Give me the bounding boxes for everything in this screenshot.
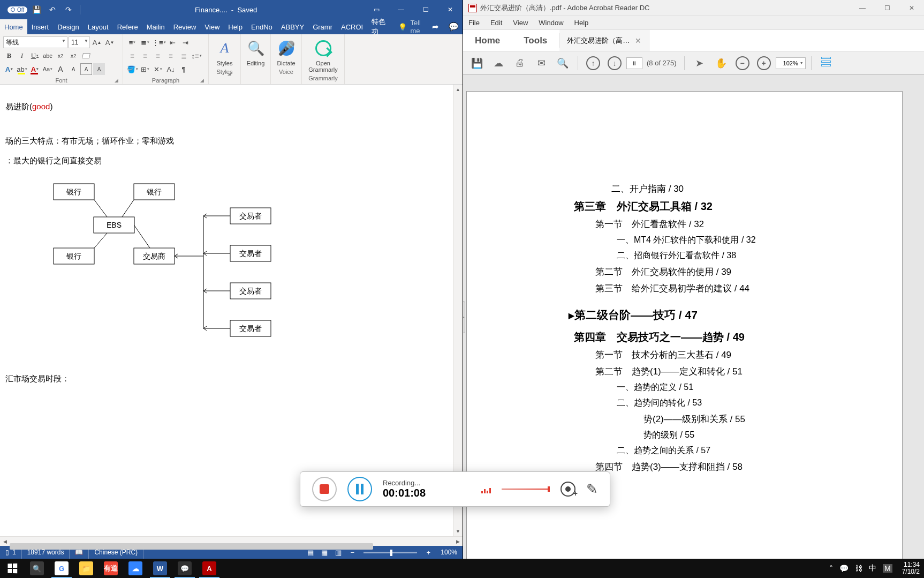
tab-home[interactable]: Home: [0, 19, 27, 34]
clear-format-button[interactable]: [80, 50, 92, 62]
select-tool-icon[interactable]: ➤: [690, 54, 709, 73]
taskbar-app-youdao[interactable]: 有道: [99, 559, 123, 578]
hand-tool-icon[interactable]: ✋: [711, 54, 731, 73]
page-up-icon[interactable]: ↑: [584, 54, 603, 73]
align-right-button[interactable]: ≡: [152, 50, 164, 62]
snap-button[interactable]: ✕▾: [152, 63, 164, 75]
nav-panel-handle[interactable]: ▶: [463, 301, 465, 333]
font-color-button[interactable]: A▾: [29, 63, 41, 75]
tab-help[interactable]: Help: [224, 19, 247, 34]
document-area[interactable]: 易进阶(good) 场的三大特点：有市无场；循环作业；零和游戏 ：最大的银行之间…: [0, 85, 463, 536]
volume-slider[interactable]: [502, 489, 550, 490]
tab-mailings[interactable]: Mailin: [142, 19, 169, 34]
acro-tab-tools[interactable]: Tools: [512, 30, 559, 51]
styles-gallery-button[interactable]: A Styles: [215, 36, 234, 66]
redo-icon[interactable]: ↷: [62, 2, 75, 17]
close-tab-icon[interactable]: ✕: [635, 36, 641, 45]
zoom-combo[interactable]: 102%▼: [776, 57, 806, 69]
bold-button[interactable]: B: [3, 50, 15, 62]
distribute-button[interactable]: ≣: [178, 50, 190, 62]
maximize-icon[interactable]: ☐: [413, 0, 438, 19]
taskbar-app-chrome[interactable]: G: [49, 559, 74, 578]
tell-me-search[interactable]: 💡 Tell me: [393, 19, 426, 34]
menu-file[interactable]: File: [463, 16, 485, 29]
acro-maximize-icon[interactable]: ☐: [875, 0, 899, 16]
text-effects-button[interactable]: A▾: [3, 63, 15, 75]
tab-review[interactable]: Review: [169, 19, 201, 34]
zoom-in-button[interactable]: +: [421, 546, 435, 559]
strikethrough-button[interactable]: abc: [42, 50, 54, 62]
grow-font-icon[interactable]: A▲: [91, 36, 103, 48]
menu-view[interactable]: View: [508, 16, 533, 29]
tray-dropbox-icon[interactable]: ⛓: [855, 564, 862, 573]
shrink-font-icon[interactable]: A▼: [104, 36, 116, 48]
grow-font2-icon[interactable]: A: [55, 63, 66, 75]
char-border-button[interactable]: A: [80, 63, 92, 75]
font-dialog-launcher[interactable]: ◢: [115, 78, 118, 83]
minimize-icon[interactable]: —: [389, 0, 413, 19]
tray-ime-icon[interactable]: 中: [869, 564, 876, 573]
scroll-left-icon[interactable]: ◀: [0, 539, 10, 544]
screen-recorder-toolbar[interactable]: Recording... 00:01:08 ✎: [300, 471, 610, 507]
email-icon[interactable]: ✉: [532, 54, 551, 73]
multilevel-button[interactable]: ⋮≡▾: [152, 36, 166, 48]
change-case-button[interactable]: Aa▾: [42, 63, 54, 75]
superscript-button[interactable]: x2: [67, 50, 79, 62]
italic-button[interactable]: I: [16, 50, 28, 62]
taskbar-app-word[interactable]: W: [148, 559, 172, 578]
editing-button[interactable]: 🔍 Editing: [244, 36, 267, 66]
tab-references[interactable]: Refere: [113, 19, 142, 34]
line-spacing-button[interactable]: ↕≡▾: [191, 50, 202, 62]
comments-icon[interactable]: 💬: [444, 19, 463, 34]
sort-button[interactable]: A↓: [165, 63, 177, 75]
styles-dialog-launcher[interactable]: ◢: [228, 71, 231, 76]
tray-wechat-icon[interactable]: 💬: [839, 564, 849, 573]
scroll-up-icon[interactable]: ▲: [453, 85, 463, 94]
acro-tab-home[interactable]: Home: [463, 30, 512, 51]
tab-insert[interactable]: Insert: [27, 19, 54, 34]
page-down-icon[interactable]: ↓: [605, 54, 624, 73]
show-marks-button[interactable]: ¶: [178, 63, 190, 75]
scroll-right-icon[interactable]: ▶: [453, 539, 463, 544]
tab-special[interactable]: 特色功: [367, 19, 393, 34]
tray-app-icon[interactable]: M: [883, 564, 892, 573]
system-tray[interactable]: ˄ 💬 ⛓ 中 M: [824, 564, 898, 573]
increase-indent-button[interactable]: ⇥: [180, 36, 192, 48]
save-icon[interactable]: 💾: [29, 2, 43, 17]
menu-window[interactable]: Window: [533, 16, 569, 29]
taskbar-clock[interactable]: 11:34 7/10/2: [898, 561, 924, 575]
numbering-button[interactable]: ≣▾: [139, 36, 151, 48]
taskbar-app-explorer[interactable]: 📁: [74, 559, 99, 578]
acro-tab-document[interactable]: 外汇交易进阶（高… ✕: [559, 30, 649, 51]
tab-layout[interactable]: Layout: [84, 19, 113, 34]
acro-close-icon[interactable]: ✕: [899, 0, 924, 16]
pause-record-button[interactable]: [347, 477, 372, 501]
shading-button[interactable]: 🪣▾: [126, 63, 138, 75]
justify-button[interactable]: ≡: [165, 50, 177, 62]
bullets-button[interactable]: ≡▾: [126, 36, 138, 48]
start-button[interactable]: [0, 559, 25, 578]
char-shading-button[interactable]: A: [93, 63, 105, 75]
save-icon[interactable]: 💾: [467, 54, 487, 73]
scroll-down-icon[interactable]: ▼: [453, 527, 463, 536]
tab-grammarly[interactable]: Gramr: [308, 19, 337, 34]
taskbar-app-1[interactable]: 🔍: [25, 559, 49, 578]
tray-chevron-icon[interactable]: ˄: [829, 564, 833, 573]
menu-help[interactable]: Help: [569, 16, 594, 29]
vertical-scrollbar[interactable]: ▲ ▼: [453, 85, 463, 536]
ribbon-options-icon[interactable]: ▭: [364, 0, 389, 19]
horizontal-scrollbar[interactable]: ◀ ▶: [0, 536, 463, 546]
highlight-button[interactable]: ab▾: [16, 63, 28, 75]
tab-endnote[interactable]: EndNo: [247, 19, 277, 34]
tab-design[interactable]: Design: [53, 19, 83, 34]
menu-edit[interactable]: Edit: [485, 16, 508, 29]
webcam-toggle-button[interactable]: [561, 482, 575, 497]
paragraph-dialog-launcher[interactable]: ◢: [200, 78, 204, 83]
tab-view[interactable]: View: [200, 19, 224, 34]
dictate-button[interactable]: 🎤 Dictate: [274, 36, 298, 66]
taskbar-app-acrobat[interactable]: A: [197, 559, 222, 578]
page-number-input[interactable]: ii: [626, 57, 642, 69]
shrink-font2-icon[interactable]: A: [67, 63, 79, 75]
decrease-indent-button[interactable]: ⇤: [167, 36, 179, 48]
annotate-button[interactable]: ✎: [586, 481, 598, 498]
